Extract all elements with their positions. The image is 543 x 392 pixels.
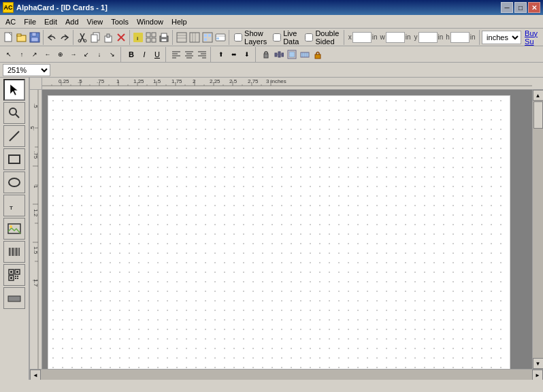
svg-text:.5: .5 — [30, 126, 35, 131]
tool-ellipse[interactable] — [3, 172, 25, 193]
svg-text:1.5: 1.5 — [33, 246, 39, 255]
align-bl[interactable]: ↙ — [80, 48, 93, 61]
valign-top[interactable]: ⬆ — [215, 48, 227, 61]
tool-line[interactable] — [3, 125, 25, 147]
info-button[interactable]: i — [132, 30, 144, 45]
menu-view[interactable]: View — [83, 16, 108, 27]
svg-rect-62 — [315, 54, 320, 59]
canvas-viewport[interactable] — [42, 90, 532, 369]
copy-button[interactable] — [89, 30, 101, 45]
svg-rect-66 — [9, 155, 20, 163]
tb2-extra2[interactable] — [299, 48, 311, 61]
align-ml[interactable]: ← — [42, 48, 54, 61]
align-mc[interactable]: ⊕ — [54, 48, 67, 61]
font-underline[interactable]: U — [151, 48, 163, 61]
menu-file[interactable]: File — [20, 16, 40, 27]
toolbar1: i Show Layers Live Data Double Sided x i… — [0, 29, 543, 46]
scroll-right-button[interactable]: ► — [532, 370, 543, 380]
tool-rect[interactable] — [3, 148, 25, 170]
zoom-select[interactable]: 25% 50% 75% 100% 150% 200% 251% 300% 400… — [3, 64, 50, 76]
paste-button[interactable] — [102, 30, 114, 45]
menu-tools[interactable]: Tools — [107, 16, 133, 27]
svg-text:.75: .75 — [97, 78, 105, 84]
menu-help[interactable]: Help — [167, 16, 191, 27]
sep-t2-3 — [210, 47, 213, 62]
buy-button[interactable]: Buy Su — [522, 29, 540, 46]
tool-barcode2[interactable] — [3, 264, 25, 286]
svg-text:1.5: 1.5 — [153, 78, 161, 84]
w-input[interactable] — [386, 32, 405, 43]
valign-bot[interactable]: ⬇ — [241, 48, 253, 61]
svg-point-67 — [9, 178, 20, 186]
x-input[interactable] — [352, 32, 372, 43]
close-button[interactable]: ✕ — [528, 2, 540, 13]
scroll-track-vertical[interactable] — [533, 101, 544, 358]
align-right[interactable] — [196, 48, 208, 61]
scroll-down-button[interactable]: ▼ — [533, 358, 544, 369]
font-bold[interactable]: B — [125, 48, 137, 61]
tool-barcode[interactable] — [3, 241, 25, 263]
y-label: y — [414, 33, 418, 41]
h-input[interactable] — [450, 32, 470, 43]
align-mr[interactable]: → — [67, 48, 80, 61]
cut-button[interactable] — [76, 30, 88, 45]
undo-button[interactable] — [46, 30, 58, 45]
live-data-checkbox[interactable] — [273, 33, 281, 42]
ruler-corner — [30, 78, 42, 90]
align-br[interactable]: ↘ — [106, 48, 118, 61]
align-tl[interactable]: ↖ — [3, 48, 15, 61]
unit-select[interactable]: inches — [482, 31, 521, 44]
print-button[interactable] — [158, 30, 170, 45]
tool-text[interactable]: T — [3, 195, 25, 216]
valign-mid[interactable]: ⬌ — [228, 48, 240, 61]
delete-button[interactable] — [115, 30, 127, 45]
save-button[interactable] — [29, 30, 41, 45]
scroll-left-button[interactable]: ◄ — [30, 370, 41, 380]
y-input[interactable] — [418, 32, 438, 43]
svg-text:1: 1 — [33, 185, 39, 189]
grid-button[interactable] — [145, 30, 157, 45]
scroll-thumb-vertical[interactable] — [533, 101, 543, 129]
tb-extra2[interactable] — [188, 30, 201, 45]
tb2-extra1[interactable] — [286, 48, 298, 61]
sep1 — [43, 30, 44, 45]
align-tc[interactable]: ↑ — [16, 48, 28, 61]
show-layers-checkbox[interactable] — [234, 33, 242, 42]
tool-shape[interactable] — [3, 287, 25, 309]
svg-rect-23 — [161, 33, 167, 37]
maximize-button[interactable]: □ — [514, 2, 527, 13]
menu-ac[interactable]: AC — [1, 16, 20, 27]
minimize-button[interactable]: ─ — [501, 2, 513, 13]
double-sided-checkbox[interactable] — [305, 33, 313, 42]
lock-btn[interactable] — [312, 48, 324, 61]
svg-text:1.25: 1.25 — [133, 78, 144, 84]
font-italic[interactable]: I — [138, 48, 150, 61]
scroll-track-horizontal[interactable] — [41, 370, 532, 380]
tool-zoom[interactable] — [3, 102, 25, 124]
tb-extra3[interactable] — [201, 30, 214, 45]
align-tr[interactable]: ↗ — [29, 48, 41, 61]
sep6 — [344, 30, 344, 45]
align-bc[interactable]: ↓ — [93, 48, 105, 61]
menu-add[interactable]: Add — [61, 16, 83, 27]
size-lock[interactable] — [260, 48, 272, 61]
tool-select[interactable] — [3, 79, 25, 101]
tb-extra1[interactable] — [176, 30, 188, 45]
distribute-h[interactable] — [273, 48, 285, 61]
svg-rect-37 — [216, 37, 219, 39]
align-center[interactable] — [183, 48, 195, 61]
tool-image[interactable] — [3, 218, 25, 240]
tb-card[interactable] — [214, 30, 227, 45]
open-button[interactable] — [16, 30, 28, 45]
svg-line-65 — [10, 131, 19, 141]
redo-button[interactable] — [59, 30, 71, 45]
w-unit-label: in — [406, 33, 411, 41]
svg-text:2.5: 2.5 — [229, 78, 237, 84]
scroll-up-button[interactable]: ▲ — [533, 90, 544, 101]
align-left[interactable] — [170, 48, 182, 61]
new-button[interactable] — [3, 30, 15, 45]
menu-edit[interactable]: Edit — [40, 16, 61, 27]
menu-window[interactable]: Window — [133, 16, 167, 27]
svg-rect-13 — [107, 34, 110, 37]
scrollbar-vertical[interactable]: ▲ ▼ — [532, 90, 543, 369]
